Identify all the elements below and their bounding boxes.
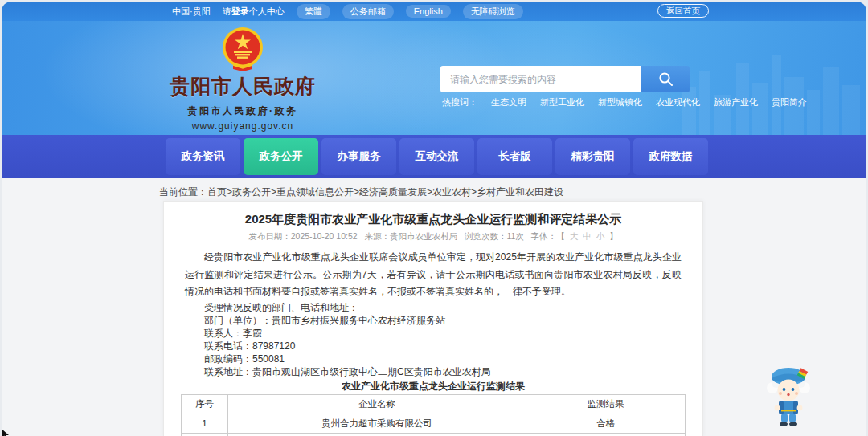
search-input[interactable] [440,66,641,92]
hot-search-row: 热搜词： 生态文明 新型工业化 新型城镇化 农业现代化 旅游产业化 贵阳简介 [442,96,807,108]
hot-search-link[interactable]: 生态文明 [491,96,526,108]
breadcrumb-path[interactable]: 首页>政务公开>重点领域信息公开>经济高质量发展>农业农村>乡村产业和农田建设 [207,186,563,198]
contact-phone: 联系电话：87987120 [185,340,682,352]
hot-search-link[interactable]: 新型城镇化 [598,96,642,108]
mouse-cursor [2,430,10,436]
breadcrumb: 当前位置：首页>政务公开>重点领域信息公开>经济高质量发展>农业农村>乡村产业和… [2,178,866,199]
mascot-icon [762,363,815,427]
article-title: 2025年度贵阳市农业产业化市级重点龙头企业运行监测和评定结果公示 [164,212,702,226]
mascot-assistant[interactable] [762,363,815,427]
city-skyline-decoration [674,39,866,135]
site-logo[interactable]: 贵阳市人民政府 贵阳市人民政府·政务 www.guiyang.gov.cn [164,26,321,132]
table-row: 2 贵州友禾种业有限公司 合格 [182,433,686,436]
table-header-row: 序号 企业名称 监测结果 [182,394,686,414]
site-url: www.guiyang.gov.cn [164,120,321,132]
accessibility-button[interactable]: 无障碍浏览 [463,4,523,19]
view-count: 浏览次数：11次 [465,231,524,241]
nav-tab-jingcai-guiyang[interactable]: 精彩贵阳 [555,138,630,175]
site-title: 贵阳市人民政府 [164,73,321,100]
article-source: 来源：贵阳市农业农村局 [365,231,458,241]
contact-person: 联系人：李霞 [185,327,682,340]
breadcrumb-label: 当前位置： [159,186,207,198]
search-icon [658,71,674,87]
publish-date: 发布日期：2025-10-20 10:52 [248,231,357,241]
table-caption: 农业产业化市级重点龙头企业运行监测结果 [164,381,702,392]
article-meta: 发布日期：2025-10-20 10:52 来源：贵阳市农业农村局 浏览次数：1… [164,231,702,242]
english-button[interactable]: English [406,5,451,18]
top-utility-bar: 中国·贵阳 请登录个人中心 繁體 公务邮箱 English 无障碍浏览 返回首页 [2,2,866,21]
postal-code: 邮政编码：550081 [185,352,682,365]
font-size-label-close: 】 [609,231,618,241]
region-link[interactable]: 中国·贵阳 [172,6,211,18]
column-header-company: 企业名称 [227,394,526,414]
nav-tab-zhengfu-shuju[interactable]: 政府数据 [633,138,708,175]
hot-search-link[interactable]: 贵阳简介 [772,96,807,108]
hot-search-label: 热搜词： [442,96,477,108]
article-card: 2025年度贵阳市农业产业化市级重点龙头企业运行监测和评定结果公示 发布日期：2… [163,201,703,436]
column-header-result: 监测结果 [526,394,686,414]
official-mail-button[interactable]: 公务邮箱 [342,4,394,19]
nav-tab-hudong-jiaoliu[interactable]: 互动交流 [399,138,474,175]
contact-address: 联系地址：贵阳市观山湖区市级行政中心二期C区贵阳市农业农村局 [185,365,682,378]
row-index: 1 [182,414,228,433]
contact-department: 部门（单位）：贵阳市乡村振兴服务中心农村经济服务站 [185,314,682,327]
search-box [440,66,690,92]
nav-tab-zhengwu-zixun[interactable]: 政务资讯 [166,138,240,175]
company-name: 贵州合力超市采购有限公司 [227,414,526,433]
main-content-area: 当前位置：首页>政务公开>重点领域信息公开>经济高质量发展>农业农村>乡村产业和… [2,178,866,436]
hot-search-link[interactable]: 农业现代化 [656,96,700,108]
login-link[interactable]: 请登录个人中心 [223,6,285,18]
table-row: 1 贵州合力超市采购有限公司 合格 [182,414,686,433]
search-button[interactable] [641,66,690,92]
column-header-index: 序号 [182,394,228,414]
monitoring-result: 合格 [526,414,686,433]
main-nav: 政务资讯 政务公开 办事服务 互动交流 长者版 精彩贵阳 政府数据 [2,135,866,178]
page: 中国·贵阳 请登录个人中心 繁體 公务邮箱 English 无障碍浏览 返回首页 [2,2,866,436]
national-emblem-icon [222,26,264,71]
monitoring-result-table: 序号 企业名称 监测结果 1 贵州合力超市采购有限公司 合格 2 贵州友禾种业有… [181,394,686,436]
nav-tab-banshi-fuwu[interactable]: 办事服务 [321,138,396,175]
font-size-large-button[interactable]: 大 [570,231,579,241]
nav-tab-zhengwu-gongkai[interactable]: 政务公开 [244,138,318,175]
font-size-small-button[interactable]: 小 [596,231,605,241]
article-body: 经贵阳市农业产业化市级重点龙头企业联席会议成员单位审定，现对2025年开展的农业… [185,249,682,378]
company-name: 贵州友禾种业有限公司 [227,433,526,436]
article-paragraph: 经贵阳市农业产业化市级重点龙头企业联席会议成员单位审定，现对2025年开展的农业… [185,249,682,301]
nav-tab-zhangzheban[interactable]: 长者版 [477,138,552,175]
row-index: 2 [182,433,228,436]
site-subtitle: 贵阳市人民政府·政务 [164,104,321,118]
article-paragraph: 受理情况反映的部门、电话和地址： [185,301,682,314]
traditional-chinese-button[interactable]: 繁體 [297,4,330,19]
hot-search-link[interactable]: 旅游产业化 [714,96,758,108]
font-size-medium-button[interactable]: 中 [583,231,592,241]
font-size-label: 字体：【 [531,231,565,241]
back-to-home-button[interactable]: 返回首页 [657,4,709,18]
hot-search-link[interactable]: 新型工业化 [540,96,584,108]
monitoring-result: 合格 [526,433,686,436]
header-banner: 贵阳市人民政府 贵阳市人民政府·政务 www.guiyang.gov.cn 热搜… [2,21,866,135]
nav-tabs: 政务资讯 政务公开 办事服务 互动交流 长者版 精彩贵阳 政府数据 [166,138,708,175]
